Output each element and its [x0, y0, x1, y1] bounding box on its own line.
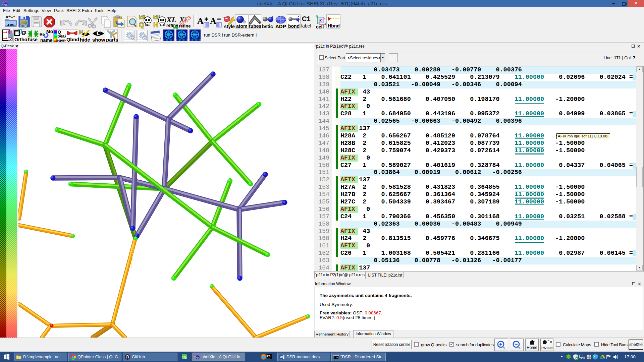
svg-text:cell: cell [316, 24, 324, 29]
svg-text:parts: parts [106, 37, 118, 42]
svg-text:.res: .res [7, 22, 14, 27]
svg-text:bond: bond [288, 23, 300, 28]
svg-text:W: W [280, 356, 283, 359]
svg-text:Qbnd: Qbnd [66, 37, 79, 42]
svg-text:PC: PC [267, 355, 271, 357]
svg-text:A: A [197, 16, 204, 26]
svg-text:H: H [153, 21, 158, 28]
svg-text:bstic: bstic [262, 24, 273, 29]
svg-text:style: style [224, 24, 235, 29]
svg-text:show: show [92, 37, 105, 42]
svg-text:name: name [40, 38, 53, 43]
svg-text:tubes: tubes [249, 23, 261, 28]
svg-text:ADP: ADP [275, 23, 286, 29]
svg-text:she: she [196, 355, 199, 357]
svg-text:hide: hide [80, 37, 90, 42]
svg-text:Qt: Qt [182, 355, 186, 359]
svg-text:Ortho: Ortho [14, 37, 27, 42]
svg-text:atom: atom [236, 23, 247, 28]
svg-text:img: img [20, 23, 27, 28]
svg-text:b: b [316, 15, 318, 18]
svg-text:fuse: fuse [28, 37, 38, 42]
svg-text:C1: C1 [302, 15, 311, 22]
svg-text:shelX: shelX [2, 1, 8, 3]
svg-text:c: c [320, 18, 322, 22]
svg-text:Hbnd: Hbnd [328, 23, 340, 28]
svg-text:Q: Q [139, 21, 144, 28]
svg-text:label: label [301, 23, 311, 28]
svg-text:A: A [210, 16, 216, 26]
